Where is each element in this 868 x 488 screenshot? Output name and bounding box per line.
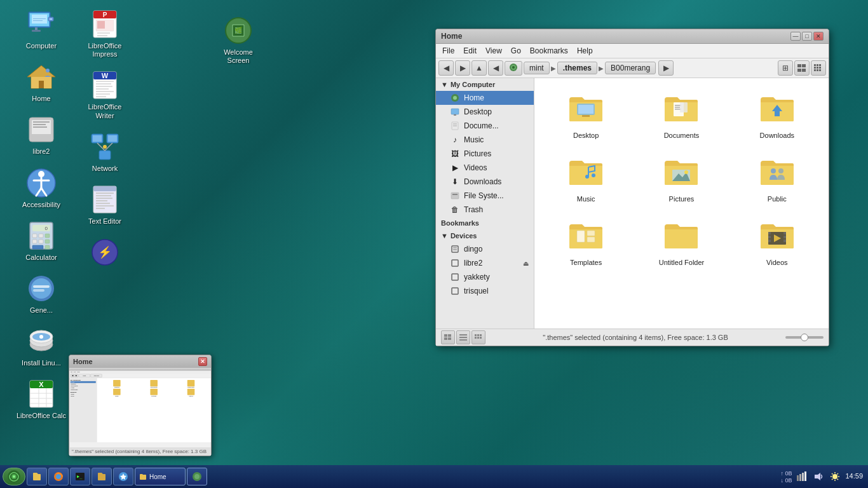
file-item-videos[interactable]: Videos [745,212,809,270]
sidebar-item-music[interactable]: ♪ Music [436,133,534,147]
sidebar-item-desktop[interactable]: Desktop [436,105,534,119]
sidebar-item-trash[interactable]: 🗑 Trash [436,203,534,217]
desktop-icon-libre2[interactable]: libre2 [13,112,70,158]
close-button[interactable]: ✕ [813,32,824,41]
svg-rect-57 [97,32,110,34]
svg-point-76 [103,145,107,149]
svg-rect-34 [45,245,50,249]
sidebar-item-downloads[interactable]: ⬇ Downloads [436,175,534,189]
eject-icon[interactable]: ⏏ [523,260,529,267]
svg-rect-38 [33,289,44,292]
menu-file[interactable]: File [438,45,458,57]
clock-time: 14:59 [845,472,863,480]
thumbnail-title: Home [73,358,93,365]
sidebar-item-filesystem[interactable]: File Syste... [436,189,534,203]
svg-point-173 [194,474,200,479]
back-button[interactable]: ◀ [438,60,454,76]
zoom-slider[interactable] [785,336,824,339]
svg-rect-100 [817,64,818,66]
desktop-icon-text-editor[interactable]: Text Editor [76,182,133,228]
taskbar-btn-files[interactable] [27,468,47,485]
desktop-icon-install-linux[interactable]: Install Linu... [13,323,70,370]
minimize-button[interactable]: — [790,32,801,41]
breadcrumb-b00merang[interactable]: B00merang [605,62,656,74]
file-item-templates[interactable]: Templates [554,212,618,270]
sidebar-item-pictures[interactable]: 🖼 Pictures [436,147,534,161]
documents-file-label: Documents [664,132,700,139]
file-item-public[interactable]: Public [745,148,809,207]
taskbar-btn-home-window[interactable]: Home [135,468,186,485]
sidebar-item-libre2-device[interactable]: libre2 ⏏ [436,256,534,270]
sidebar-my-computer-header[interactable]: ▼ My Computer [436,78,534,91]
menu-go[interactable]: Go [507,45,525,57]
file-item-pictures[interactable]: Pictures [649,148,713,207]
file-item-desktop[interactable]: Desktop [554,85,618,143]
svg-rect-31 [39,240,43,243]
location-toggle[interactable]: ◀ [488,60,503,76]
svg-rect-148 [783,240,786,242]
brightness-icon-taskbar[interactable] [829,470,841,483]
file-item-music[interactable]: Music [554,148,618,207]
maximize-button[interactable]: □ [802,32,812,41]
start-button[interactable] [3,468,25,485]
desktop-icon-libreoffice-calc[interactable]: X LibreOffice Calc [13,376,70,423]
desktop-icon-welcome-screen[interactable]: 🌿 Welcome Screen [210,13,267,67]
desktop-icon-genie[interactable]: Gene... [13,271,70,317]
statusbar-icon-1[interactable] [441,330,455,344]
taskbar-btn-files2[interactable] [92,468,112,485]
taskbar-btn-firefox[interactable] [48,468,69,485]
svg-rect-70 [93,135,102,142]
breadcrumb-themes[interactable]: .themes [557,62,597,74]
desktop-icon-libreoffice-impress[interactable]: P LibreOffice Impress [76,6,133,61]
breadcrumb-more[interactable]: ▶ [658,60,674,76]
desktop-icon-calculator[interactable]: 0 Calculator [13,218,70,264]
view-toggle-button[interactable]: ⊞ [778,60,793,76]
breadcrumb-home-icon[interactable] [505,61,522,76]
file-item-downloads[interactable]: Downloads [745,85,809,143]
menu-edit[interactable]: Edit [459,45,480,57]
pictures-folder-icon [661,152,702,193]
menu-view[interactable]: View [482,45,506,57]
svg-rect-67 [96,93,110,95]
desktop-icon-libreoffice-writer[interactable]: W LibreOffice Writer [76,67,133,122]
svg-rect-63 [96,83,111,85]
sidebar-item-videos[interactable]: ▶ Videos [436,161,534,175]
taskbar-btn-mint-welcome[interactable] [187,468,207,485]
svg-rect-28 [39,234,43,238]
desktop-icon-home[interactable]: Home [13,59,70,105]
file-item-documents[interactable]: Documents [649,85,713,143]
volume-icon-taskbar[interactable] [812,470,825,483]
sidebar-item-documents[interactable]: Docume... [436,119,534,133]
up-button[interactable]: ▲ [471,60,487,76]
svg-rect-58 [97,35,107,36]
desktop-icon-computer[interactable]: Computer [13,6,70,53]
svg-text:▶_: ▶_ [77,474,83,479]
desktop-icon-torrent[interactable]: ⚡ [76,234,133,273]
taskbar-btn-screenlet[interactable] [113,468,133,485]
forward-button[interactable]: ▶ [455,60,470,76]
svg-rect-78 [93,186,116,191]
statusbar-icon-2[interactable] [456,330,470,344]
sidebar-item-yakkety[interactable]: yakkety [436,270,534,284]
network-icon-taskbar[interactable] [796,470,808,483]
view-compact-button[interactable] [811,60,826,76]
view-list-button[interactable] [794,60,810,76]
svg-rect-56 [97,21,105,29]
sidebar-bookmarks-header[interactable]: Bookmarks [436,217,534,229]
sidebar-item-home[interactable]: Home [436,91,534,105]
svg-rect-4 [32,30,41,32]
thumbnail-close-button[interactable]: ✕ [198,357,207,366]
statusbar-icon-3[interactable] [471,330,485,344]
desktop-icon-accessibility[interactable]: Accessibility [13,165,70,212]
taskbar-btn-terminal[interactable]: ▶_ [70,468,90,485]
sidebar-documents-label: Docume... [464,121,499,130]
menu-help[interactable]: Help [573,45,597,57]
sidebar-item-dingo[interactable]: dingo [436,242,534,256]
menu-bookmarks[interactable]: Bookmarks [526,45,572,57]
breadcrumb-mint[interactable]: mint [524,62,550,74]
sidebar-item-trisquel[interactable]: trisquel [436,284,534,298]
network-download: ↓ 0B [780,477,792,484]
file-item-untitled[interactable]: Untitled Folder [649,212,713,270]
sidebar-devices-header[interactable]: ▼ Devices [436,229,534,242]
desktop-icon-network[interactable]: Network [76,129,133,175]
